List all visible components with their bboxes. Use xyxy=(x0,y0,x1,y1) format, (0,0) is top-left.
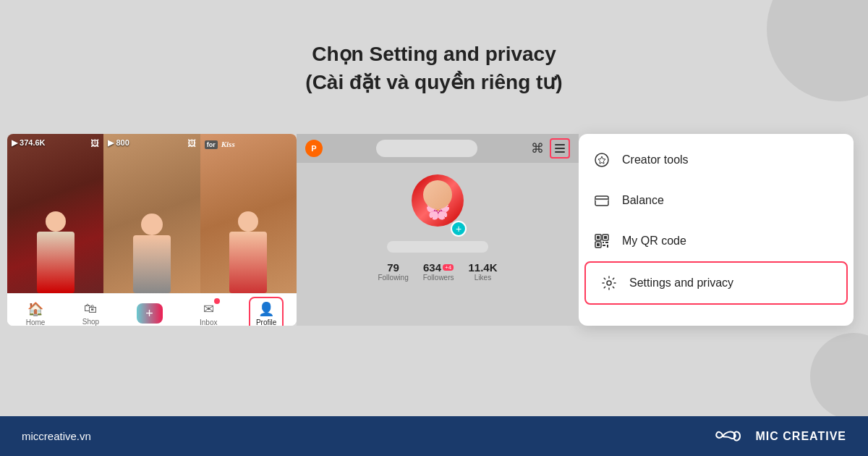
video-stats-1: ▶ 374.6K xyxy=(12,138,46,148)
profile-icon: 👤 xyxy=(258,301,274,317)
profile-header-icons: ⌘ xyxy=(531,138,570,159)
svg-rect-11 xyxy=(605,242,608,243)
stat-followers-value: 634 xyxy=(423,261,441,274)
image-indicator-1: 🖼 xyxy=(90,138,99,148)
nav-home-label: Home xyxy=(26,318,46,326)
video-cell-2[interactable]: ▶ 800 🖼 xyxy=(103,134,200,293)
plus-icon: + xyxy=(145,306,153,321)
svg-rect-1 xyxy=(595,196,608,206)
qr-icon[interactable]: ⌘ xyxy=(531,140,544,156)
video-figure-1 xyxy=(37,211,75,293)
svg-rect-5 xyxy=(597,236,600,239)
nav-profile-label: Profile xyxy=(256,318,276,326)
stat-likes-label: Likes xyxy=(475,274,491,282)
nav-shop[interactable]: 🛍 Shop xyxy=(77,298,105,326)
notification-dot xyxy=(214,298,220,304)
stat-following-value: 79 xyxy=(387,261,399,274)
play-icon-1: ▶ xyxy=(12,138,17,147)
phone-middle-panel: P ⌘ 🌸 + xyxy=(297,134,579,326)
play-icon-2: ▶ xyxy=(108,138,114,147)
title-line-2: (Cài đặt và quyền riêng tư) xyxy=(305,71,562,93)
video-figure-3 xyxy=(229,211,267,293)
stat-followers-label: Followers xyxy=(423,274,454,282)
stat-following-label: Following xyxy=(378,274,408,282)
qr-code-icon xyxy=(593,232,610,250)
bottom-nav: 🏠 Home 🛍 Shop + ✉ Inbox 👤 Profile xyxy=(7,293,297,326)
dropdown-menu: Creator tools Balance xyxy=(579,134,854,326)
page-title-area: Chọn Setting and privacy (Cài đặt và quy… xyxy=(0,40,868,96)
nav-shop-label: Shop xyxy=(82,318,99,326)
hamburger-line-3 xyxy=(555,151,565,153)
hamburger-button[interactable] xyxy=(550,138,570,159)
video-figure-2 xyxy=(133,214,171,293)
profile-stats: 79 Following 634 +4 Followers 11.4K Like… xyxy=(378,261,497,282)
video-cell-1[interactable]: ▶ 374.6K 🖼 xyxy=(7,134,103,293)
footer-brand: MIC CREATIVE xyxy=(714,427,846,445)
svg-rect-12 xyxy=(603,245,605,246)
video-grid: ▶ 374.6K 🖼 ▶ 800 🖼 xyxy=(7,134,297,293)
profile-add-button[interactable]: + xyxy=(451,221,467,237)
creator-tools-icon xyxy=(593,151,610,169)
profile-name-bar xyxy=(376,140,477,157)
menu-item-qr-code[interactable]: My QR code xyxy=(579,221,854,261)
profile-avatar-large: 🌸 xyxy=(412,174,464,227)
stat-likes: 11.4K Likes xyxy=(469,261,498,282)
decorative-circle-bottom xyxy=(810,333,868,420)
creator-tools-label: Creator tools xyxy=(622,153,689,166)
video-overlay-text: for Kiss xyxy=(205,140,235,148)
profile-body: 🌸 + 79 Following 634 +4 Followers xyxy=(297,163,579,287)
brand-infinity-logo xyxy=(714,427,743,445)
content-area: ▶ 374.6K 🖼 ▶ 800 🖼 xyxy=(7,134,861,326)
hamburger-line-1 xyxy=(555,144,565,145)
brand-name: MIC CREATIVE xyxy=(756,430,846,443)
followers-badge: +4 xyxy=(443,264,454,271)
video-cell-3[interactable]: for Kiss xyxy=(200,134,297,293)
balance-label: Balance xyxy=(622,194,664,207)
svg-point-14 xyxy=(607,281,611,285)
followers-wrapper: 634 +4 xyxy=(423,261,454,274)
hamburger-line-2 xyxy=(555,148,565,149)
phone-left-panel: ▶ 374.6K 🖼 ▶ 800 🖼 xyxy=(7,134,297,326)
qr-code-label: My QR code xyxy=(622,235,686,248)
settings-icon xyxy=(600,274,618,292)
nav-add[interactable]: + xyxy=(131,300,169,326)
home-icon: 🏠 xyxy=(27,301,43,317)
footer-domain: miccreative.vn xyxy=(22,430,91,442)
stat-followers: 634 +4 Followers xyxy=(423,261,454,282)
menu-item-balance[interactable]: Balance xyxy=(579,180,854,221)
title-line-1: Chọn Setting and privacy xyxy=(312,43,556,65)
video-stats-2: ▶ 800 xyxy=(108,138,129,148)
menu-item-creator-tools[interactable]: Creator tools xyxy=(579,140,854,180)
svg-rect-13 xyxy=(607,245,608,248)
nav-home[interactable]: 🏠 Home xyxy=(20,298,51,326)
svg-point-0 xyxy=(595,153,608,166)
image-indicator-2: 🖼 xyxy=(187,138,196,148)
stat-likes-value: 11.4K xyxy=(469,261,498,274)
profile-avatar-small: P xyxy=(305,140,323,157)
add-button[interactable]: + xyxy=(137,303,163,324)
inbox-icon: ✉ xyxy=(203,301,214,317)
shop-icon: 🛍 xyxy=(84,301,97,316)
settings-label: Settings and privacy xyxy=(629,276,733,290)
svg-rect-10 xyxy=(603,242,604,243)
menu-item-settings[interactable]: Settings and privacy xyxy=(584,261,848,305)
profile-header: P ⌘ xyxy=(297,134,579,163)
nav-inbox-label: Inbox xyxy=(200,318,217,326)
nav-inbox[interactable]: ✉ Inbox xyxy=(194,298,223,326)
svg-rect-9 xyxy=(597,243,600,246)
balance-icon xyxy=(593,192,610,209)
stat-following: 79 Following xyxy=(378,261,408,282)
footer: miccreative.vn MIC CREATIVE xyxy=(0,416,868,456)
svg-rect-7 xyxy=(604,236,607,239)
profile-username-bar xyxy=(387,241,488,253)
nav-profile[interactable]: 👤 Profile xyxy=(249,297,284,326)
